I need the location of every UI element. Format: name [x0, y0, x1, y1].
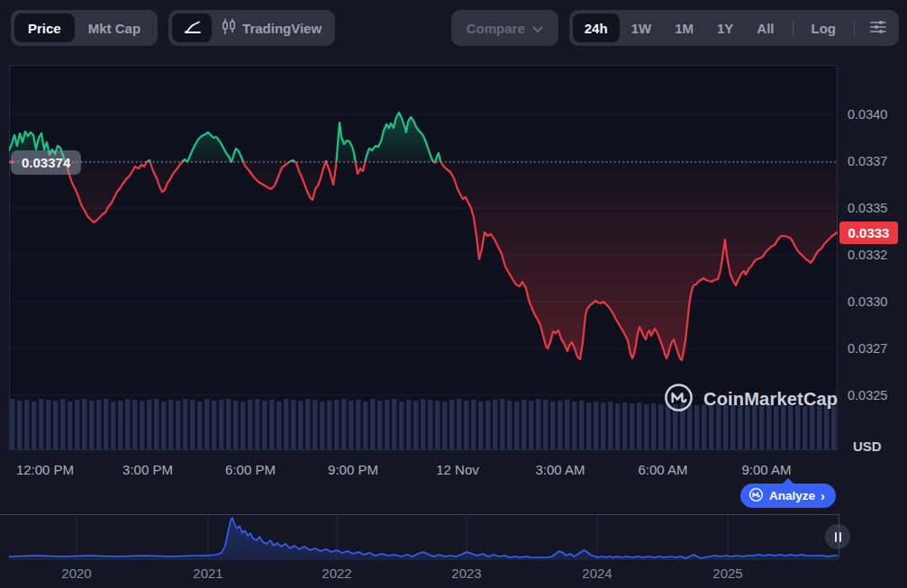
history-navigator-chart[interactable]	[9, 513, 838, 560]
x-axis-label: 6:00 PM	[225, 462, 276, 477]
cmc-logo-icon	[663, 382, 694, 417]
time-range-group: 24h 1W 1M 1Y All Log	[569, 10, 899, 46]
sliders-icon	[869, 18, 887, 39]
x-axis-label: 12:00 PM	[16, 462, 74, 477]
coinmarketcap-watermark: CoinMarketCap	[663, 382, 838, 417]
y-axis-label: 0.0340	[848, 107, 887, 122]
x-axis-label: 9:00 PM	[328, 462, 378, 477]
watermark-text: CoinMarketCap	[703, 389, 838, 410]
range-1y-button[interactable]: 1Y	[705, 14, 745, 42]
price-chart-app: Price Mkt Cap TradingView	[0, 0, 907, 588]
tradingview-button[interactable]: TradingView	[212, 14, 331, 42]
mkt-cap-tab[interactable]: Mkt Cap	[75, 14, 154, 42]
tradingview-label: TradingView	[242, 21, 322, 36]
chart-type-toggle: Price Mkt Cap	[11, 10, 158, 46]
year-axis-label: 2022	[322, 565, 351, 581]
y-axis-label: 0.0330	[848, 294, 887, 309]
year-axis-label: 2023	[451, 565, 481, 581]
analyze-button[interactable]: Analyze ›	[740, 484, 836, 508]
chart-toolbar: Price Mkt Cap TradingView	[11, 10, 899, 46]
y-axis-label: 0.0325	[848, 388, 887, 403]
compare-button[interactable]: Compare	[451, 10, 558, 46]
candlestick-icon	[222, 18, 236, 38]
x-axis-label: 12 Nov	[436, 462, 479, 477]
baseline-price-label: 0.03374	[11, 150, 81, 175]
toolbar-divider	[793, 21, 794, 36]
analyze-label: Analyze	[769, 489, 815, 502]
toolbar-divider	[854, 21, 855, 36]
range-all-button[interactable]: All	[745, 14, 785, 42]
y-axis-label: 0.0332	[848, 248, 887, 262]
x-axis-label: 9:00 AM	[741, 462, 791, 477]
price-tab[interactable]: Price	[14, 14, 75, 42]
x-axis-label: 6:00 AM	[638, 462, 687, 477]
chevron-right-icon: ›	[821, 489, 825, 503]
chart-style-toggle: TradingView	[168, 10, 335, 46]
compare-label: Compare	[467, 21, 525, 36]
year-axis-label: 2024	[582, 565, 612, 581]
x-axis-label: 3:00 AM	[535, 462, 585, 477]
chart-settings-button[interactable]	[861, 18, 895, 39]
year-axis-label: 2025	[712, 565, 742, 581]
currency-unit-label: USD	[853, 439, 882, 454]
range-24h-button[interactable]: 24h	[573, 14, 620, 42]
cmc-logo-icon	[748, 487, 764, 505]
line-chart-button[interactable]	[172, 14, 212, 42]
line-chart-icon	[182, 18, 202, 39]
log-scale-button[interactable]: Log	[800, 14, 848, 42]
range-1m-button[interactable]: 1M	[663, 14, 705, 42]
y-axis-label: 0.0335	[848, 201, 887, 215]
current-price-badge: 0.0333	[839, 222, 898, 244]
y-axis-label: 0.0337	[848, 154, 887, 168]
year-axis-label: 2020	[61, 565, 91, 581]
navigator-handle[interactable]	[825, 524, 850, 549]
x-axis-label: 3:00 PM	[122, 462, 173, 477]
year-axis-label: 2021	[193, 565, 222, 581]
range-1w-button[interactable]: 1W	[620, 14, 664, 42]
y-axis-label: 0.0327	[848, 341, 887, 356]
chevron-down-icon	[532, 21, 543, 36]
